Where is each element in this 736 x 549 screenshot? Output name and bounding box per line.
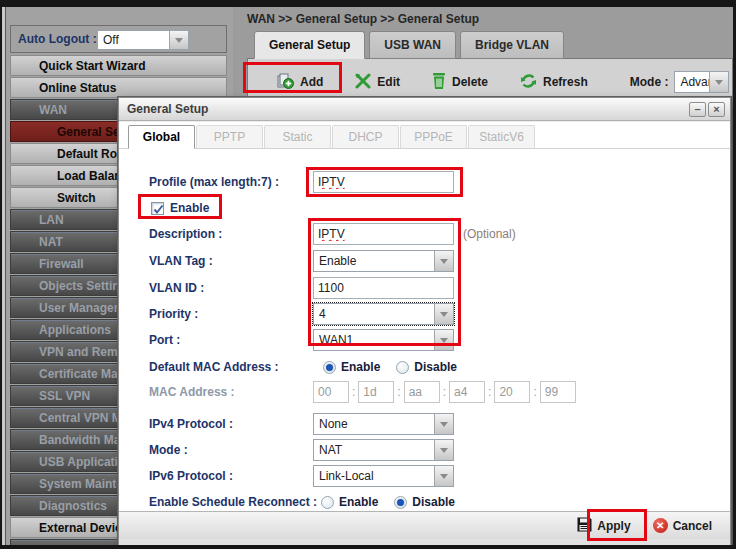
sidebar-item-quick-start-wizard[interactable]: Quick Start Wizard (10, 55, 227, 76)
delete-icon (432, 73, 446, 92)
ipv6-protocol-select[interactable]: Link-Local (313, 465, 454, 487)
priority-select[interactable]: 4 (313, 303, 454, 325)
router-admin-page: Auto Logout : Off Quick Start Wizard Onl… (0, 0, 736, 549)
edit-label: Edit (377, 75, 400, 89)
radio-icon (323, 361, 336, 374)
tab-dhcp[interactable]: DHCP (332, 125, 399, 148)
mac-segment-3[interactable] (404, 381, 440, 403)
refresh-label: Refresh (543, 75, 588, 89)
radio-icon (396, 361, 409, 374)
vlan-tag-select[interactable]: Enable (313, 250, 454, 272)
ipv4-protocol-label: IPv4 Protocol : (149, 413, 233, 435)
tab-staticv6[interactable]: StaticV6 (468, 125, 535, 148)
description-optional-note: (Optional) (463, 223, 516, 245)
port-value: WAN1 (319, 333, 353, 347)
chevron-down-icon (434, 466, 453, 486)
delete-button[interactable]: Delete (432, 73, 488, 92)
mac-segment-1[interactable] (313, 381, 349, 403)
mac-segment-5[interactable] (494, 381, 530, 403)
port-label: Port : (149, 329, 180, 351)
window-edge-left (0, 0, 2, 549)
default-mac-disable-radio[interactable]: Disable (396, 360, 457, 374)
schedule-enable-radio[interactable]: Enable (321, 495, 378, 509)
schedule-disable-radio[interactable]: Disable (394, 495, 455, 509)
default-mac-enable-radio[interactable]: Enable (323, 360, 380, 374)
vlan-tag-value: Enable (319, 254, 356, 268)
apply-label: Apply (597, 519, 630, 533)
window-edge-top (0, 0, 736, 7)
enable-checkbox-label: Enable (170, 201, 209, 215)
enable-checkbox[interactable] (151, 202, 164, 215)
default-mac-label: Default MAC Address : (149, 356, 279, 378)
mac-address-label: MAC Address : (149, 381, 235, 403)
schedule-radios: Enable Disable (321, 491, 455, 513)
close-icon[interactable]: × (708, 102, 725, 117)
mode-field-value: NAT (319, 443, 342, 457)
auto-logout-value: Off (103, 33, 119, 47)
add-button[interactable]: Add (277, 73, 323, 92)
check-icon (153, 204, 164, 215)
chevron-down-icon (434, 330, 453, 350)
mode-field-label: Mode : (149, 439, 188, 461)
content-tabs: General Setup USB WAN Bridge VLAN (254, 31, 568, 59)
ipv6-protocol-value: Link-Local (319, 469, 374, 483)
delete-label: Delete (452, 75, 488, 89)
mode-select[interactable]: Advance (674, 71, 729, 93)
edit-icon (355, 73, 371, 92)
tab-pptp[interactable]: PPTP (196, 125, 263, 148)
radio-icon (321, 496, 334, 509)
tab-bridge-vlan[interactable]: Bridge VLAN (460, 31, 564, 59)
chevron-down-icon (434, 304, 453, 324)
auto-logout-select[interactable]: Off (97, 30, 189, 50)
port-select[interactable]: WAN1 (313, 329, 454, 351)
left-scroll-strip[interactable] (2, 7, 6, 545)
chevron-down-icon (434, 440, 453, 460)
tab-static[interactable]: Static (264, 125, 331, 148)
tab-general-setup[interactable]: General Setup (254, 31, 365, 59)
description-label: Description : (149, 223, 222, 245)
toolbar: Add Edit Delete (249, 67, 731, 97)
mac-segment-6[interactable] (540, 381, 576, 403)
mode-label: Mode : (630, 75, 669, 89)
minimize-icon[interactable]: – (689, 102, 706, 117)
general-setup-dialog: General Setup – × Global PPTP Static DHC… (118, 97, 731, 549)
tab-pppoe[interactable]: PPPoE (400, 125, 467, 148)
description-input[interactable] (313, 223, 454, 245)
priority-label: Priority : (149, 303, 198, 325)
mode-field-select[interactable]: NAT (313, 439, 454, 461)
profile-input[interactable] (313, 171, 454, 193)
dialog-titlebar: General Setup – × (119, 98, 730, 121)
chevron-down-icon (434, 414, 453, 434)
mac-segment-4[interactable] (449, 381, 485, 403)
save-icon (577, 517, 592, 535)
chevron-down-icon (434, 251, 453, 271)
auto-logout-label: Auto Logout : (11, 32, 97, 46)
chevron-down-icon (169, 31, 188, 49)
auto-logout-row: Auto Logout : Off (10, 25, 227, 53)
apply-button[interactable]: Apply (577, 517, 630, 535)
dialog-title: General Setup (119, 102, 208, 116)
tab-global[interactable]: Global (128, 125, 195, 149)
schedule-reconnect-label: Enable Schedule Reconnect : (149, 491, 317, 513)
cancel-label: Cancel (673, 519, 712, 533)
default-mac-radios: Enable Disable (323, 356, 457, 378)
cancel-button[interactable]: ✕ Cancel (653, 518, 712, 533)
refresh-icon (520, 73, 537, 92)
window-edge-bottom (0, 545, 736, 549)
mac-segment-2[interactable] (358, 381, 394, 403)
cancel-icon: ✕ (653, 518, 668, 533)
vlan-id-label: VLAN ID : (149, 277, 204, 299)
add-label: Add (300, 75, 323, 89)
priority-value: 4 (319, 307, 326, 321)
vlan-id-input[interactable] (313, 277, 454, 299)
ipv4-protocol-select[interactable]: None (313, 413, 454, 435)
edit-button[interactable]: Edit (355, 73, 400, 92)
ipv4-protocol-value: None (319, 417, 348, 431)
tab-usb-wan[interactable]: USB WAN (369, 31, 456, 59)
sidebar-item-online-status[interactable]: Online Status (10, 77, 227, 98)
chevron-down-icon (709, 72, 728, 92)
mac-address-inputs: : : : : : (313, 381, 576, 403)
vlan-tag-label: VLAN Tag : (149, 250, 213, 272)
add-icon (277, 73, 294, 92)
refresh-button[interactable]: Refresh (520, 73, 588, 92)
